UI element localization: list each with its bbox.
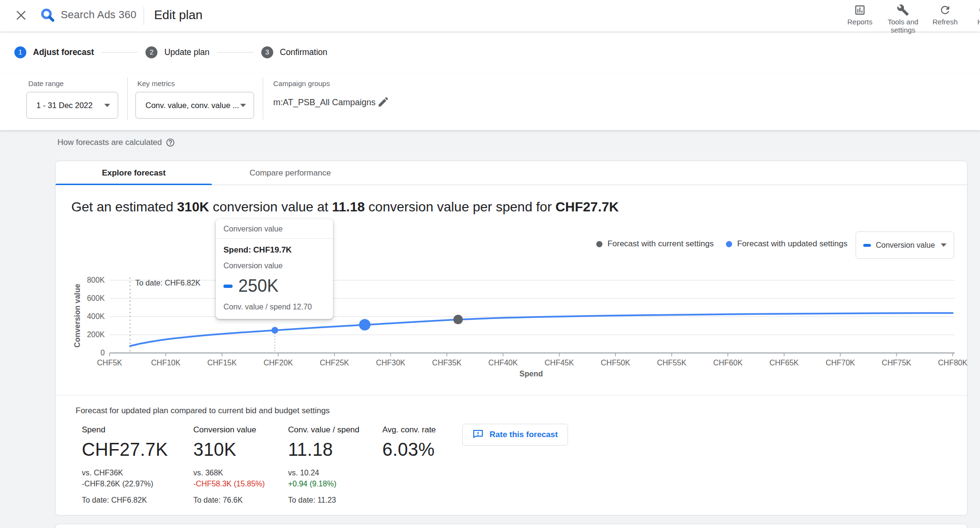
wrench-icon [897, 4, 909, 16]
rate-button-label: Rate this forecast [490, 430, 558, 440]
metric-spend: Spend CHF27.7K vs. CHF36K -CHF8.26K (22.… [82, 425, 168, 505]
refresh-icon [939, 4, 951, 16]
chart-tooltip: Conversion value Spend: CHF19.7K Convers… [216, 219, 333, 319]
svg-text:CHF75K: CHF75K [882, 359, 912, 367]
title-divider [144, 7, 144, 25]
step-2-circle: 2 [145, 46, 157, 58]
page-title: Edit plan [154, 8, 202, 22]
forecast-current-settings [453, 315, 463, 324]
next-card-edge [55, 524, 968, 528]
filter-bar: Date range 1 - 31 Dec 2022 Key metrics C… [0, 73, 980, 130]
search-ads-360-logo-icon [40, 8, 56, 23]
tab-explore-forecast[interactable]: Explore forecast [56, 161, 212, 185]
forecast-headline: Get an estimated 310K conversion value a… [71, 199, 619, 215]
svg-text:CHF35K: CHF35K [432, 359, 462, 367]
key-metrics-value: Conv. value, conv. value ... [145, 101, 239, 110]
filter-divider [127, 77, 128, 120]
svg-text:200K: 200K [87, 330, 105, 339]
metric-dropdown[interactable]: Conversion value [856, 231, 954, 259]
svg-text:400K: 400K [87, 312, 105, 320]
step-3-label: Confirmation [280, 47, 327, 57]
step-2-label: Update plan [164, 47, 209, 57]
stepper: 1 Adjust forecast 2 Update plan 3 Confir… [0, 32, 980, 73]
refresh-button[interactable]: Refresh [923, 4, 967, 26]
forecast-card: Explore forecast Compare performance Get… [55, 161, 968, 516]
close-icon[interactable] [14, 9, 28, 22]
section-divider [56, 395, 967, 396]
svg-text:CHF60K: CHF60K [713, 359, 743, 367]
filter-divider [263, 77, 263, 120]
key-metrics-label: Key metrics [137, 79, 175, 88]
edit-plan-page: Search Ads 360 Edit plan Reports Tools a… [0, 0, 980, 528]
blue-dot-icon [726, 241, 732, 247]
svg-text:CHF65K: CHF65K [769, 359, 799, 367]
top-app-bar: Search Ads 360 Edit plan Reports Tools a… [0, 0, 980, 32]
svg-text:CHF5K: CHF5K [97, 359, 122, 367]
forecast-updated-settings [359, 319, 370, 330]
step-confirmation[interactable]: 3 Confirmation [261, 46, 327, 58]
svg-text:0: 0 [100, 349, 105, 357]
svg-text:600K: 600K [87, 294, 105, 302]
tooltip-spend: Spend: CHF19.7K [223, 245, 325, 255]
chevron-down-icon [104, 104, 110, 107]
campaign-groups-value: m:AT_PSB_All Campaigns [273, 98, 376, 108]
step-1-label: Adjust forecast [33, 47, 94, 57]
svg-text:CHF30K: CHF30K [376, 359, 406, 367]
step-connector [101, 52, 138, 53]
step-3-circle: 3 [261, 46, 273, 58]
blue-dash-icon [223, 285, 233, 288]
tooltip-value: 250K [238, 276, 278, 296]
svg-text:Conversion value: Conversion value [73, 284, 81, 347]
legend-current-settings: Forecast with current settings [596, 239, 713, 249]
step-update-plan[interactable]: 2 Update plan [145, 46, 209, 58]
feedback-icon [472, 429, 484, 440]
tools-and-settings-button[interactable]: Tools and settings [879, 4, 927, 34]
refresh-label: Refresh [923, 18, 967, 26]
metric-conversion-value: Conversion value 310K vs. 368K -CHF58.3K… [193, 425, 265, 505]
help-label: Help [963, 18, 980, 26]
reports-label: Reports [838, 18, 882, 26]
forecast-chart: CHF5KCHF10KCHF15KCHF20KCHF25KCHF30KCHF35… [63, 259, 968, 379]
summary-title: Forecast for updated plan compared to cu… [76, 406, 330, 416]
edit-pencil-icon[interactable] [377, 96, 390, 110]
svg-text:To date: CHF6.82K: To date: CHF6.82K [135, 279, 200, 287]
step-1-circle: 1 [14, 46, 26, 58]
step-adjust-forecast[interactable]: 1 Adjust forecast [14, 46, 94, 58]
campaign-groups-label: Campaign groups [273, 79, 330, 88]
svg-text:CHF20K: CHF20K [264, 359, 293, 367]
reports-button[interactable]: Reports [838, 4, 882, 26]
forecast-info-text: How forecasts are calculated [57, 138, 162, 147]
svg-text:CHF50K: CHF50K [601, 359, 631, 367]
svg-text:CHF80K: CHF80K [938, 359, 968, 367]
reports-icon [854, 4, 866, 16]
key-metrics-select[interactable]: Conv. value, conv. value ... [135, 92, 254, 119]
rate-this-forecast-button[interactable]: Rate this forecast [462, 424, 568, 446]
svg-text:CHF45K: CHF45K [545, 359, 574, 367]
svg-text:CHF40K: CHF40K [489, 359, 518, 367]
metric-avg-conv-rate: Avg. conv. rate 6.03% [382, 425, 436, 460]
chart-legend: Forecast with current settings Forecast … [582, 239, 847, 249]
chevron-down-icon [941, 243, 947, 247]
tab-bar: Explore forecast Compare performance [56, 161, 967, 185]
svg-text:Spend: Spend [520, 370, 543, 378]
svg-text:CHF10K: CHF10K [151, 359, 181, 367]
hovered-point [271, 327, 278, 334]
tooltip-metric-label: Conversion value [223, 262, 325, 270]
svg-text:CHF55K: CHF55K [657, 359, 687, 367]
metric-conv-value-per-spend: Conv. value / spend 11.18 vs. 10.24 +0.9… [288, 425, 359, 505]
chart-area[interactable]: CHF5KCHF10KCHF15KCHF20KCHF25KCHF30KCHF35… [63, 259, 968, 379]
tab-compare-performance[interactable]: Compare performance [212, 161, 368, 185]
metric-dropdown-value: Conversion value [876, 241, 935, 250]
blue-dash-icon [863, 244, 871, 247]
tooltip-sub: Conv. value / spend 12.70 [223, 303, 325, 311]
chevron-down-icon [240, 104, 246, 107]
svg-text:CHF70K: CHF70K [825, 359, 855, 367]
help-button[interactable]: Help [963, 4, 980, 26]
svg-text:800K: 800K [87, 276, 105, 284]
gray-dot-icon [596, 241, 602, 247]
help-circle-icon[interactable] [166, 138, 175, 147]
step-connector [217, 52, 254, 53]
date-range-select[interactable]: 1 - 31 Dec 2022 [26, 92, 118, 119]
tools-label: Tools and settings [879, 18, 927, 34]
svg-text:CHF15K: CHF15K [207, 359, 237, 367]
